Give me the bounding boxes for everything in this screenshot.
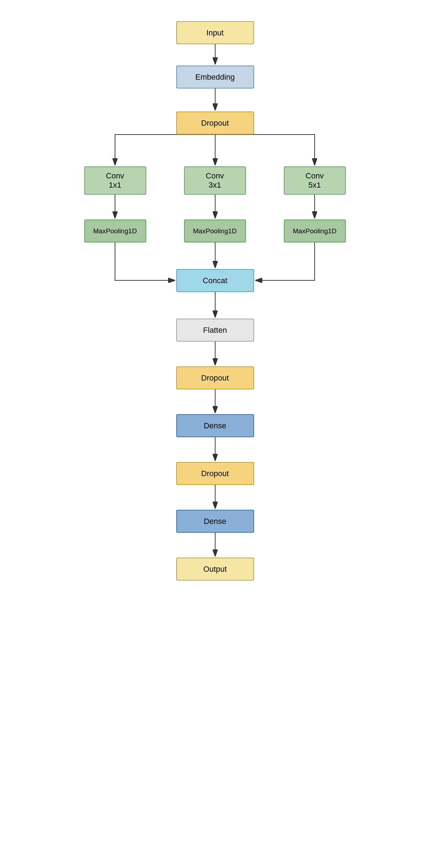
conv5x1-label: Conv5x1 [305,171,323,190]
dropout3-label: Dropout [201,469,229,478]
dense1-label: Dense [204,421,227,430]
maxpool2-label: MaxPooling1D [193,227,237,235]
maxpool1-node: MaxPooling1D [84,219,146,242]
embedding-label: Embedding [195,73,235,82]
maxpool2-node: MaxPooling1D [184,219,246,242]
dropout1-node: Dropout [176,112,254,135]
dropout2-label: Dropout [201,373,229,383]
diagram-container: Input Embedding Dropout Conv1x1 Conv3x1 … [77,14,353,853]
dropout1-label: Dropout [201,119,229,128]
conv3x1-label: Conv3x1 [206,171,224,190]
concat-node: Concat [176,269,254,292]
concat-label: Concat [203,276,228,285]
conv1x1-node: Conv1x1 [84,166,146,195]
dropout3-node: Dropout [176,462,254,485]
dense1-node: Dense [176,414,254,437]
output-node: Output [176,558,254,581]
maxpool1-label: MaxPooling1D [93,227,137,235]
flatten-label: Flatten [203,326,227,335]
maxpool3-node: MaxPooling1D [284,219,346,242]
embedding-node: Embedding [176,65,254,88]
dense2-node: Dense [176,510,254,533]
input-node: Input [176,21,254,44]
maxpool3-label: MaxPooling1D [293,227,337,235]
conv5x1-node: Conv5x1 [284,166,346,195]
flatten-node: Flatten [176,319,254,342]
dropout2-node: Dropout [176,366,254,389]
input-label: Input [206,28,224,38]
dense2-label: Dense [204,517,227,526]
output-label: Output [203,565,227,574]
conv3x1-node: Conv3x1 [184,166,246,195]
conv1x1-label: Conv1x1 [106,171,124,190]
